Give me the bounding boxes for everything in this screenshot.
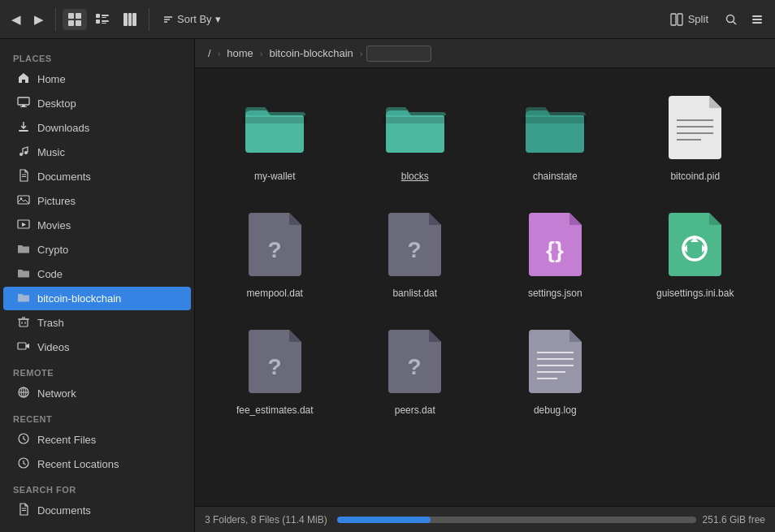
file-label-blocks: blocks bbox=[401, 171, 429, 182]
file-icon-wrapper-fee_estimates.dat: ? bbox=[238, 325, 311, 398]
status-info: 3 Folders, 8 Files (11.4 MiB) bbox=[205, 514, 327, 526]
breadcrumb-input[interactable] bbox=[366, 45, 431, 62]
file-label-settings.json: settings.json bbox=[528, 288, 582, 299]
sidebar-item-recent-files[interactable]: Recent Files bbox=[3, 428, 191, 452]
generic-file-icon-banlist.dat: ? bbox=[388, 213, 441, 276]
svg-text:?: ? bbox=[267, 354, 281, 379]
file-label-banlist.dat: banlist.dat bbox=[392, 288, 437, 299]
sidebar-label-downloads: Downloads bbox=[37, 122, 89, 134]
svg-rect-8 bbox=[102, 20, 109, 22]
search-button[interactable] bbox=[720, 10, 743, 29]
main-area: Places HomeDesktopDownloadsMusicDocument… bbox=[0, 39, 775, 532]
content-area: my-wallet blocks chainstate bbox=[195, 68, 775, 506]
sidebar-label-videos: Videos bbox=[37, 341, 70, 353]
file-label-chainstate: chainstate bbox=[533, 171, 578, 182]
breadcrumb: / › home › bitcoin-blockchain › bbox=[195, 39, 775, 68]
toolbar: ◀ ▶ Sort By bbox=[0, 0, 775, 39]
sidebar: Places HomeDesktopDownloadsMusicDocument… bbox=[0, 39, 195, 532]
file-label-mempool.dat: mempool.dat bbox=[247, 288, 303, 299]
sidebar-icon-network bbox=[16, 386, 31, 401]
storage-bar-container: 251.6 GiB free bbox=[337, 514, 765, 526]
svg-rect-48 bbox=[383, 117, 448, 123]
file-item-settings.json[interactable]: {} settings.json bbox=[488, 198, 622, 309]
view-columns-button[interactable] bbox=[118, 9, 142, 30]
text-file-icon-bitcoind.pid bbox=[669, 96, 721, 159]
svg-rect-49 bbox=[522, 117, 587, 123]
places-section-label: Places bbox=[0, 45, 194, 67]
breadcrumb-folder[interactable]: bitcoin-blockchain bbox=[266, 45, 357, 61]
sidebar-item-downloads[interactable]: Downloads bbox=[3, 116, 191, 140]
content-wrapper: / › home › bitcoin-blockchain › my-walle… bbox=[195, 39, 775, 532]
sidebar-item-music[interactable]: Music bbox=[3, 141, 191, 164]
svg-rect-6 bbox=[102, 17, 106, 18]
breadcrumb-home[interactable]: home bbox=[223, 45, 257, 61]
svg-rect-4 bbox=[96, 14, 100, 18]
svg-rect-9 bbox=[102, 23, 106, 24]
sidebar-item-desktop[interactable]: Desktop bbox=[3, 92, 191, 115]
sidebar-item-pictures[interactable]: Pictures bbox=[3, 189, 191, 213]
file-item-banlist.dat[interactable]: ? banlist.dat bbox=[349, 198, 483, 309]
svg-text:{}: {} bbox=[546, 237, 564, 262]
file-item-guisettings.ini.bak[interactable]: guisettings.ini.bak bbox=[629, 198, 763, 309]
sidebar-item-home[interactable]: Home bbox=[3, 67, 191, 91]
split-button[interactable]: Split bbox=[662, 10, 717, 29]
split-label: Split bbox=[688, 13, 708, 25]
file-item-bitcoind.pid[interactable]: bitcoind.pid bbox=[629, 81, 763, 192]
svg-rect-34 bbox=[19, 319, 28, 327]
sidebar-label-music: Music bbox=[37, 146, 65, 158]
forward-button[interactable]: ▶ bbox=[29, 9, 49, 30]
sidebar-item-code[interactable]: Code bbox=[3, 262, 191, 286]
sidebar-item-network[interactable]: Network bbox=[3, 382, 191, 405]
sort-by-button[interactable]: Sort By ▾ bbox=[156, 10, 227, 28]
status-bar: 3 Folders, 8 Files (11.4 MiB) 251.6 GiB … bbox=[195, 506, 775, 532]
sidebar-item-trash[interactable]: Trash bbox=[3, 311, 191, 335]
sidebar-search: Documents bbox=[0, 499, 194, 522]
file-item-peers.dat[interactable]: ? peers.dat bbox=[349, 315, 483, 426]
sidebar-remote: Network bbox=[0, 382, 194, 405]
sidebar-item-documents-search[interactable]: Documents bbox=[3, 499, 191, 522]
sidebar-item-videos[interactable]: Videos bbox=[3, 335, 191, 359]
sidebar-label-movies: Movies bbox=[37, 219, 71, 231]
sidebar-item-recent-locations[interactable]: Recent Locations bbox=[3, 452, 191, 476]
sidebar-icon-crypto bbox=[16, 242, 31, 257]
split-icon bbox=[670, 13, 683, 26]
sidebar-item-movies[interactable]: Movies bbox=[3, 214, 191, 237]
menu-button[interactable] bbox=[746, 10, 769, 29]
file-item-debug.log[interactable]: debug.log bbox=[488, 315, 622, 426]
svg-rect-11 bbox=[128, 13, 132, 26]
sidebar-icon-trash bbox=[16, 315, 31, 331]
svg-rect-0 bbox=[68, 13, 74, 19]
folder-icon-blocks bbox=[383, 99, 448, 156]
sidebar-icon-recent-locations bbox=[16, 456, 31, 472]
svg-text:?: ? bbox=[267, 237, 281, 262]
svg-line-19 bbox=[734, 21, 737, 24]
sidebar-item-crypto[interactable]: Crypto bbox=[3, 238, 191, 262]
view-grid-button[interactable] bbox=[63, 9, 87, 30]
file-item-blocks[interactable]: blocks bbox=[349, 81, 483, 192]
file-label-my-wallet: my-wallet bbox=[254, 171, 296, 182]
file-item-chainstate[interactable]: chainstate bbox=[488, 81, 622, 192]
sidebar-item-documents[interactable]: Documents bbox=[3, 165, 191, 188]
svg-rect-25 bbox=[20, 106, 27, 107]
svg-point-18 bbox=[727, 15, 734, 22]
breadcrumb-root[interactable]: / bbox=[205, 45, 214, 61]
file-item-mempool.dat[interactable]: ? mempool.dat bbox=[208, 198, 342, 309]
file-icon-wrapper-chainstate bbox=[518, 91, 591, 164]
file-label-debug.log: debug.log bbox=[534, 404, 577, 416]
file-label-bitcoind.pid: bitcoind.pid bbox=[670, 171, 720, 182]
sidebar-icon-desktop bbox=[16, 96, 31, 111]
file-item-fee_estimates.dat[interactable]: ? fee_estimates.dat bbox=[208, 315, 342, 426]
file-label-peers.dat: peers.dat bbox=[395, 404, 435, 416]
sidebar-label-crypto: Crypto bbox=[37, 244, 68, 256]
sort-arrow: ▾ bbox=[215, 13, 221, 25]
sidebar-icon-music bbox=[16, 145, 31, 160]
svg-text:?: ? bbox=[408, 237, 422, 262]
file-item-my-wallet[interactable]: my-wallet bbox=[208, 81, 342, 192]
generic-file-icon-peers.dat: ? bbox=[388, 330, 441, 393]
svg-rect-2 bbox=[68, 20, 74, 26]
view-list-button[interactable] bbox=[90, 9, 115, 30]
sort-icon bbox=[162, 14, 174, 25]
back-button[interactable]: ◀ bbox=[6, 9, 26, 30]
svg-rect-17 bbox=[678, 14, 682, 25]
sidebar-item-bitcoin-blockchain[interactable]: bitcoin-blockchain bbox=[3, 287, 191, 310]
